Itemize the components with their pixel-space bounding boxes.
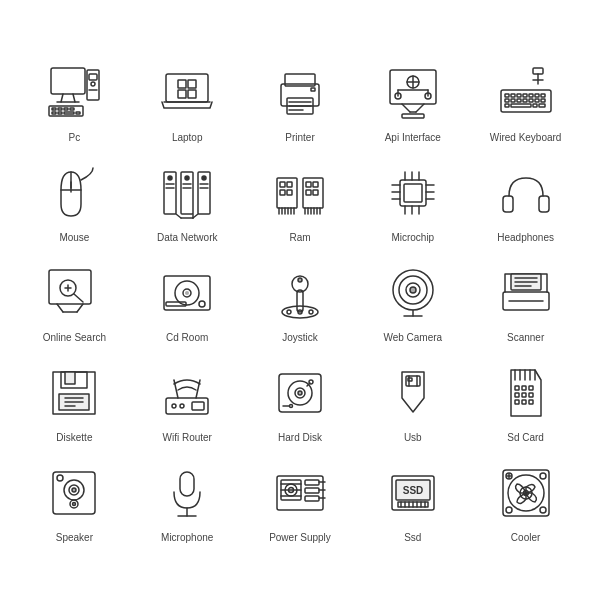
data-network-label: Data Network — [157, 232, 218, 244]
microphone-label: Microphone — [161, 532, 213, 544]
power-supply-label: Power Supply — [269, 532, 331, 544]
svg-rect-59 — [529, 99, 533, 102]
cooler-label: Cooler — [511, 532, 540, 544]
wifi-router-icon — [152, 358, 222, 428]
icon-cell-power-supply[interactable]: Power Supply — [246, 454, 355, 546]
svg-rect-58 — [523, 99, 527, 102]
svg-rect-13 — [70, 108, 74, 110]
microchip-label: Microchip — [391, 232, 434, 244]
icon-cell-pc[interactable]: Pc — [20, 54, 129, 146]
sd-card-label: Sd Card — [507, 432, 544, 444]
icon-cell-ssd[interactable]: SSD Ssd — [358, 454, 467, 546]
icon-cell-wifi-router[interactable]: Wifi Router — [133, 354, 242, 446]
svg-rect-121 — [503, 196, 513, 212]
svg-rect-157 — [65, 372, 75, 384]
svg-rect-63 — [511, 104, 531, 107]
icon-cell-headphones[interactable]: Headphones — [471, 154, 580, 246]
scanner-icon — [491, 258, 561, 328]
svg-rect-90 — [287, 190, 292, 195]
microphone-icon — [152, 458, 222, 528]
svg-rect-65 — [539, 104, 545, 107]
usb-icon — [378, 358, 448, 428]
icon-cell-online-search[interactable]: Online Search — [20, 254, 129, 346]
icon-cell-web-camera[interactable]: Web Camera — [358, 254, 467, 346]
svg-point-134 — [185, 291, 189, 295]
svg-rect-44 — [533, 68, 543, 74]
svg-point-235 — [540, 507, 546, 513]
hard-disk-icon — [265, 358, 335, 428]
svg-rect-192 — [522, 400, 526, 404]
icon-cell-ram[interactable]: Ram — [246, 154, 355, 246]
svg-rect-11 — [58, 108, 62, 110]
svg-rect-43 — [402, 114, 424, 118]
icon-cell-usb[interactable]: Usb — [358, 354, 467, 446]
icon-cell-hard-disk[interactable]: Hard Disk — [246, 354, 355, 446]
api-interface-icon — [378, 58, 448, 128]
wired-keyboard-label: Wired Keyboard — [490, 132, 562, 144]
svg-rect-187 — [529, 386, 533, 390]
icon-cell-speaker[interactable]: Speaker — [20, 454, 129, 546]
icon-cell-wired-keyboard[interactable]: Wired Keyboard — [471, 54, 580, 146]
svg-point-166 — [180, 404, 184, 408]
svg-point-171 — [298, 391, 302, 395]
icon-cell-microchip[interactable]: Microchip — [358, 154, 467, 246]
icon-cell-cooler[interactable]: Cooler — [471, 454, 580, 546]
svg-rect-16 — [64, 112, 74, 114]
diskette-label: Diskette — [56, 432, 92, 444]
icon-cell-cd-room[interactable]: Cd Room — [133, 254, 242, 346]
icon-grid-container: Pc Laptop — [10, 44, 590, 556]
svg-rect-92 — [313, 182, 318, 187]
icon-cell-microphone[interactable]: Microphone — [133, 454, 242, 546]
svg-rect-213 — [305, 496, 319, 501]
svg-rect-21 — [178, 90, 186, 98]
headphones-icon — [491, 158, 561, 228]
icon-cell-api-interface[interactable]: Api Interface — [358, 54, 467, 146]
svg-rect-186 — [522, 386, 526, 390]
svg-rect-30 — [311, 88, 315, 91]
svg-rect-62 — [505, 104, 509, 107]
svg-rect-14 — [52, 112, 56, 114]
usb-label: Usb — [404, 432, 422, 444]
svg-rect-185 — [515, 386, 519, 390]
svg-rect-18 — [166, 74, 208, 102]
svg-line-128 — [57, 304, 63, 312]
svg-rect-53 — [535, 94, 539, 97]
svg-point-234 — [506, 507, 512, 513]
icon-cell-diskette[interactable]: Diskette — [20, 354, 129, 446]
svg-rect-211 — [305, 480, 319, 485]
svg-rect-20 — [188, 80, 196, 88]
icon-cell-data-network[interactable]: Data Network — [133, 154, 242, 246]
icon-cell-printer[interactable]: Printer — [246, 54, 355, 146]
online-search-icon — [39, 258, 109, 328]
svg-rect-22 — [188, 90, 196, 98]
icon-cell-laptop[interactable]: Laptop — [133, 54, 242, 146]
icon-cell-scanner[interactable]: Scanner — [471, 254, 580, 346]
sd-card-icon — [491, 358, 561, 428]
svg-rect-93 — [306, 190, 311, 195]
svg-rect-89 — [280, 190, 285, 195]
icon-cell-joystick[interactable]: Joystick — [246, 254, 355, 346]
svg-rect-91 — [306, 182, 311, 187]
svg-rect-60 — [535, 99, 539, 102]
svg-rect-5 — [89, 74, 97, 80]
wifi-router-label: Wifi Router — [162, 432, 211, 444]
cd-room-label: Cd Room — [166, 332, 208, 344]
svg-rect-212 — [305, 488, 319, 493]
microchip-icon — [378, 158, 448, 228]
joystick-label: Joystick — [282, 332, 318, 344]
svg-rect-201 — [180, 472, 194, 496]
printer-label: Printer — [285, 132, 314, 144]
svg-rect-10 — [52, 108, 56, 110]
svg-rect-179 — [408, 378, 412, 381]
cd-room-icon — [152, 258, 222, 328]
svg-point-74 — [202, 176, 206, 180]
svg-point-140 — [298, 278, 302, 282]
svg-rect-51 — [523, 94, 527, 97]
icon-cell-mouse[interactable]: Mouse — [20, 154, 129, 246]
svg-rect-64 — [533, 104, 537, 107]
svg-point-199 — [73, 503, 76, 506]
ssd-icon: SSD — [378, 458, 448, 528]
svg-rect-122 — [539, 196, 549, 212]
icon-cell-sd-card[interactable]: Sd Card — [471, 354, 580, 446]
svg-point-200 — [57, 475, 63, 481]
